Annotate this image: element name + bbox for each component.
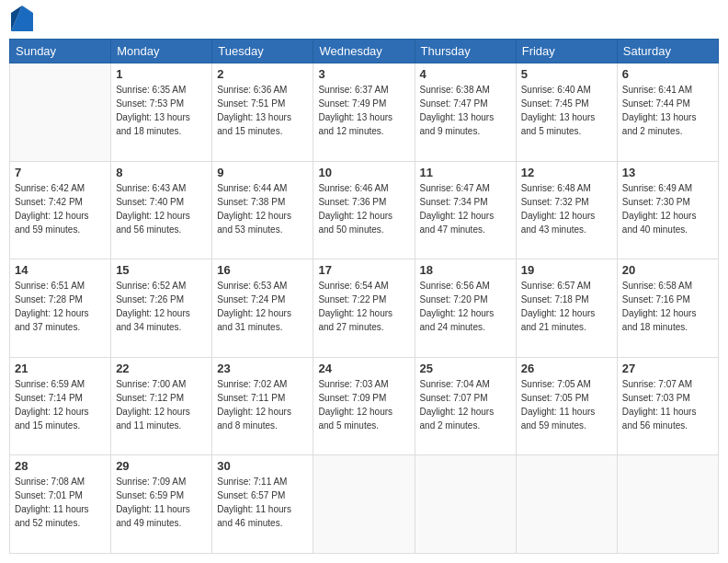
sunrise-text: Sunrise: 6:36 AM bbox=[217, 83, 308, 97]
day-info: Sunrise: 6:38 AMSunset: 7:47 PMDaylight:… bbox=[420, 83, 511, 138]
day-cell: 19Sunrise: 6:57 AMSunset: 7:18 PMDayligh… bbox=[516, 259, 617, 358]
sunset-text: Sunset: 6:57 PM bbox=[217, 488, 308, 502]
day-info: Sunrise: 6:36 AMSunset: 7:51 PMDaylight:… bbox=[217, 83, 308, 138]
sunrise-text: Sunrise: 7:05 AM bbox=[521, 377, 612, 391]
weekday-header-friday: Friday bbox=[516, 40, 617, 63]
day-info: Sunrise: 6:37 AMSunset: 7:49 PMDaylight:… bbox=[318, 83, 409, 138]
daylight-label: Daylight: 12 hours and 11 minutes. bbox=[116, 405, 207, 432]
day-cell: 29Sunrise: 7:09 AMSunset: 6:59 PMDayligh… bbox=[111, 455, 212, 554]
day-cell bbox=[415, 455, 516, 554]
day-cell: 25Sunrise: 7:04 AMSunset: 7:07 PMDayligh… bbox=[415, 357, 516, 455]
day-cell: 9Sunrise: 6:44 AMSunset: 7:38 PMDaylight… bbox=[212, 161, 313, 259]
day-number: 26 bbox=[521, 362, 612, 375]
day-cell bbox=[516, 455, 617, 554]
daylight-label: Daylight: 11 hours and 59 minutes. bbox=[521, 405, 612, 432]
daylight-label: Daylight: 11 hours and 49 minutes. bbox=[116, 502, 207, 530]
daylight-label: Daylight: 12 hours and 21 minutes. bbox=[521, 306, 612, 334]
sunrise-text: Sunrise: 6:37 AM bbox=[318, 83, 409, 97]
sunrise-text: Sunrise: 6:35 AM bbox=[116, 83, 207, 97]
day-info: Sunrise: 6:52 AMSunset: 7:26 PMDaylight:… bbox=[116, 279, 207, 334]
day-cell: 14Sunrise: 6:51 AMSunset: 7:28 PMDayligh… bbox=[10, 259, 111, 358]
sunset-text: Sunset: 7:16 PM bbox=[622, 293, 713, 306]
day-info: Sunrise: 6:43 AMSunset: 7:40 PMDaylight:… bbox=[116, 181, 207, 236]
sunrise-text: Sunrise: 7:04 AM bbox=[420, 377, 511, 391]
day-info: Sunrise: 6:42 AMSunset: 7:42 PMDaylight:… bbox=[15, 181, 106, 236]
day-number: 20 bbox=[622, 263, 713, 277]
day-cell: 27Sunrise: 7:07 AMSunset: 7:03 PMDayligh… bbox=[617, 357, 718, 455]
day-info: Sunrise: 7:05 AMSunset: 7:05 PMDaylight:… bbox=[521, 377, 612, 432]
day-info: Sunrise: 6:47 AMSunset: 7:34 PMDaylight:… bbox=[420, 181, 511, 236]
sunrise-text: Sunrise: 6:38 AM bbox=[420, 83, 511, 97]
page: SundayMondayTuesdayWednesdayThursdayFrid… bbox=[0, 0, 728, 563]
day-info: Sunrise: 6:41 AMSunset: 7:44 PMDaylight:… bbox=[622, 83, 713, 138]
sunset-text: Sunset: 7:18 PM bbox=[521, 293, 612, 306]
sunset-text: Sunset: 7:44 PM bbox=[622, 97, 713, 110]
day-number: 16 bbox=[217, 263, 308, 277]
daylight-label: Daylight: 12 hours and 24 minutes. bbox=[420, 306, 511, 334]
sunrise-text: Sunrise: 7:09 AM bbox=[116, 475, 207, 488]
day-cell: 28Sunrise: 7:08 AMSunset: 7:01 PMDayligh… bbox=[10, 455, 111, 554]
daylight-label: Daylight: 12 hours and 5 minutes. bbox=[318, 405, 409, 432]
weekday-header-sunday: Sunday bbox=[10, 40, 111, 63]
day-cell bbox=[617, 455, 718, 554]
day-number: 3 bbox=[318, 67, 409, 81]
sunrise-text: Sunrise: 6:58 AM bbox=[622, 279, 713, 293]
sunrise-text: Sunrise: 7:03 AM bbox=[318, 377, 409, 391]
day-info: Sunrise: 7:11 AMSunset: 6:57 PMDaylight:… bbox=[217, 475, 308, 530]
sunrise-text: Sunrise: 6:47 AM bbox=[420, 181, 511, 195]
daylight-label: Daylight: 13 hours and 12 minutes. bbox=[318, 110, 409, 138]
sunrise-text: Sunrise: 6:43 AM bbox=[116, 181, 207, 195]
weekday-header-saturday: Saturday bbox=[617, 40, 718, 63]
week-row-2: 7Sunrise: 6:42 AMSunset: 7:42 PMDaylight… bbox=[10, 161, 719, 259]
day-number: 25 bbox=[420, 362, 511, 375]
day-cell: 3Sunrise: 6:37 AMSunset: 7:49 PMDaylight… bbox=[313, 63, 415, 162]
day-number: 12 bbox=[521, 166, 612, 179]
sunset-text: Sunset: 7:20 PM bbox=[420, 293, 511, 306]
week-row-5: 28Sunrise: 7:08 AMSunset: 7:01 PMDayligh… bbox=[10, 455, 719, 554]
sunrise-text: Sunrise: 6:59 AM bbox=[15, 377, 106, 391]
sunset-text: Sunset: 7:47 PM bbox=[420, 97, 511, 110]
week-row-4: 21Sunrise: 6:59 AMSunset: 7:14 PMDayligh… bbox=[10, 357, 719, 455]
sunrise-text: Sunrise: 6:51 AM bbox=[15, 279, 106, 293]
daylight-label: Daylight: 12 hours and 47 minutes. bbox=[420, 209, 511, 236]
day-cell: 6Sunrise: 6:41 AMSunset: 7:44 PMDaylight… bbox=[617, 63, 718, 162]
calendar-table: SundayMondayTuesdayWednesdayThursdayFrid… bbox=[9, 39, 719, 554]
day-number: 14 bbox=[15, 263, 106, 277]
day-number: 17 bbox=[318, 263, 409, 277]
sunset-text: Sunset: 7:38 PM bbox=[217, 195, 308, 209]
day-cell: 15Sunrise: 6:52 AMSunset: 7:26 PMDayligh… bbox=[111, 259, 212, 358]
day-info: Sunrise: 7:07 AMSunset: 7:03 PMDaylight:… bbox=[622, 377, 713, 432]
day-number: 19 bbox=[521, 263, 612, 277]
day-number: 27 bbox=[622, 362, 713, 375]
day-number: 9 bbox=[217, 166, 308, 179]
day-cell: 8Sunrise: 6:43 AMSunset: 7:40 PMDaylight… bbox=[111, 161, 212, 259]
sunrise-text: Sunrise: 7:07 AM bbox=[622, 377, 713, 391]
daylight-label: Daylight: 12 hours and 43 minutes. bbox=[521, 209, 612, 236]
day-cell: 16Sunrise: 6:53 AMSunset: 7:24 PMDayligh… bbox=[212, 259, 313, 358]
sunset-text: Sunset: 7:53 PM bbox=[116, 97, 207, 110]
day-info: Sunrise: 6:35 AMSunset: 7:53 PMDaylight:… bbox=[116, 83, 207, 138]
header bbox=[9, 9, 719, 31]
day-info: Sunrise: 6:49 AMSunset: 7:30 PMDaylight:… bbox=[622, 181, 713, 236]
day-info: Sunrise: 6:58 AMSunset: 7:16 PMDaylight:… bbox=[622, 279, 713, 334]
day-number: 24 bbox=[318, 362, 409, 375]
sunset-text: Sunset: 7:30 PM bbox=[622, 195, 713, 209]
daylight-label: Daylight: 11 hours and 46 minutes. bbox=[217, 502, 308, 530]
sunrise-text: Sunrise: 6:44 AM bbox=[217, 181, 308, 195]
day-cell: 23Sunrise: 7:02 AMSunset: 7:11 PMDayligh… bbox=[212, 357, 313, 455]
day-cell: 24Sunrise: 7:03 AMSunset: 7:09 PMDayligh… bbox=[313, 357, 415, 455]
day-number: 8 bbox=[116, 166, 207, 179]
day-info: Sunrise: 6:48 AMSunset: 7:32 PMDaylight:… bbox=[521, 181, 612, 236]
day-info: Sunrise: 6:57 AMSunset: 7:18 PMDaylight:… bbox=[521, 279, 612, 334]
day-number: 5 bbox=[521, 67, 612, 81]
weekday-header-monday: Monday bbox=[111, 40, 212, 63]
day-cell: 4Sunrise: 6:38 AMSunset: 7:47 PMDaylight… bbox=[415, 63, 516, 162]
day-number: 10 bbox=[318, 166, 409, 179]
day-cell: 7Sunrise: 6:42 AMSunset: 7:42 PMDaylight… bbox=[10, 161, 111, 259]
daylight-label: Daylight: 12 hours and 31 minutes. bbox=[217, 306, 308, 334]
daylight-label: Daylight: 11 hours and 52 minutes. bbox=[15, 502, 106, 530]
sunset-text: Sunset: 7:36 PM bbox=[318, 195, 409, 209]
day-number: 30 bbox=[217, 459, 308, 473]
sunrise-text: Sunrise: 6:56 AM bbox=[420, 279, 511, 293]
daylight-label: Daylight: 12 hours and 37 minutes. bbox=[15, 306, 106, 334]
